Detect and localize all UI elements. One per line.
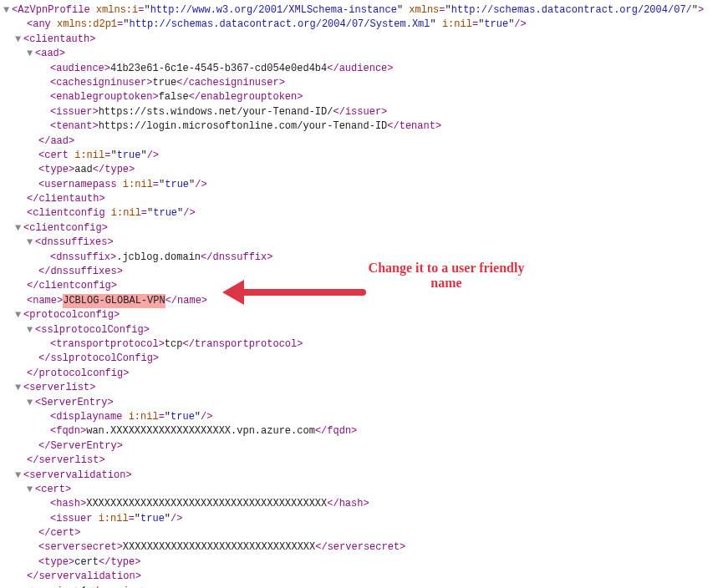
line-dnssuffixes-open: ▼<dnssuffixes> [3, 236, 725, 250]
line-transportprotocol: <transportprotocol>tcp</transportprotoco… [3, 337, 725, 352]
line-name-highlight: <name>JCBLOG-GLOBAL-VPN</name> [3, 294, 725, 308]
line-root-open: ▼<AzVpnProfile xmlns:i="http://www.w3.or… [3, 3, 725, 18]
toggle-icon[interactable]: ▼ [27, 396, 35, 410]
line-dnssuffixes-close: </dnssuffixes> [3, 265, 725, 279]
toggle-icon[interactable]: ▼ [27, 236, 35, 250]
line-clientauth-open: ▼<clientauth> [3, 33, 725, 47]
line-sv-type: <type>cert</type> [3, 555, 725, 570]
line-sslprotocolConfig-close: </sslprotocolConfig> [3, 352, 725, 366]
line-clientconfig-open: ▼<clientconfig> [3, 221, 725, 236]
toggle-icon[interactable]: ▼ [27, 483, 35, 497]
line-clientconfig-nil: <clientconfig i:nil="true"/> [3, 206, 725, 220]
line-version: <version>1</version> [3, 585, 725, 588]
line-displayname-nil: <displayname i:nil="true"/> [3, 410, 725, 424]
line-clientauth-close: </clientauth> [3, 192, 725, 206]
line-tenant: <tenant>https://login.microsoftonline.co… [3, 119, 725, 134]
line-enablegrouptoken: <enablegrouptoken>false</enablegrouptoke… [3, 90, 725, 104]
line-sv-cert-open: ▼<cert> [3, 483, 725, 497]
line-any: <any xmlns:d2p1="http://schemas.datacont… [3, 18, 725, 32]
line-clientconfig-close: </clientconfig> [3, 279, 725, 293]
line-cert-nil: <cert i:nil="true"/> [3, 149, 725, 163]
toggle-icon[interactable]: ▼ [3, 3, 12, 18]
line-serverlist-close: </serverlist> [3, 454, 725, 468]
line-cachesigninuser: <cachesigninuser>true</cachesigninuser> [3, 76, 725, 90]
xml-tree: ▼<AzVpnProfile xmlns:i="http://www.w3.or… [3, 3, 725, 588]
line-fqdn: <fqdn>wan.XXXXXXXXXXXXXXXXXXXX.vpn.azure… [3, 424, 725, 438]
line-usernamepass-nil: <usernamepass i:nil="true"/> [3, 178, 725, 192]
toggle-icon[interactable]: ▼ [15, 469, 23, 483]
line-sslprotocolConfig-open: ▼<sslprotocolConfig> [3, 323, 725, 337]
toggle-icon[interactable]: ▼ [15, 308, 23, 322]
line-ServerEntry-close: </ServerEntry> [3, 439, 725, 454]
toggle-icon[interactable]: ▼ [27, 47, 35, 61]
line-aad-close: </aad> [3, 134, 725, 149]
line-protocolconfig-close: </protocolconfig> [3, 367, 725, 381]
line-servervalidation-close: </servervalidation> [3, 570, 725, 584]
toggle-icon[interactable]: ▼ [15, 33, 23, 47]
line-serverlist-open: ▼<serverlist> [3, 381, 725, 395]
line-sv-issuer-nil: <issuer i:nil="true"/> [3, 512, 725, 526]
line-serversecret: <serversecret>XXXXXXXXXXXXXXXXXXXXXXXXXX… [3, 540, 725, 555]
line-issuer: <issuer>https://sts.windows.net/your-Ten… [3, 105, 725, 119]
toggle-icon[interactable]: ▼ [27, 323, 35, 337]
line-servervalidation-open: ▼<servervalidation> [3, 469, 725, 483]
line-sv-hash: <hash>XXXXXXXXXXXXXXXXXXXXXXXXXXXXXXXXXX… [3, 497, 725, 511]
line-protocolconfig-open: ▼<protocolconfig> [3, 308, 725, 322]
line-ServerEntry-open: ▼<ServerEntry> [3, 396, 725, 410]
line-type-aad: <type>aad</type> [3, 163, 725, 177]
line-sv-cert-close: </cert> [3, 526, 725, 540]
line-audience: <audience>41b23e61-6c1e-4545-b367-cd054e… [3, 62, 725, 76]
line-dnssuffix: <dnssuffix>.jcblog.domain</dnssuffix> [3, 251, 725, 265]
line-aad-open: ▼<aad> [3, 47, 725, 61]
highlighted-value: JCBLOG-GLOBAL-VPN [63, 294, 165, 308]
toggle-icon[interactable]: ▼ [15, 381, 23, 395]
toggle-icon[interactable]: ▼ [15, 221, 23, 236]
